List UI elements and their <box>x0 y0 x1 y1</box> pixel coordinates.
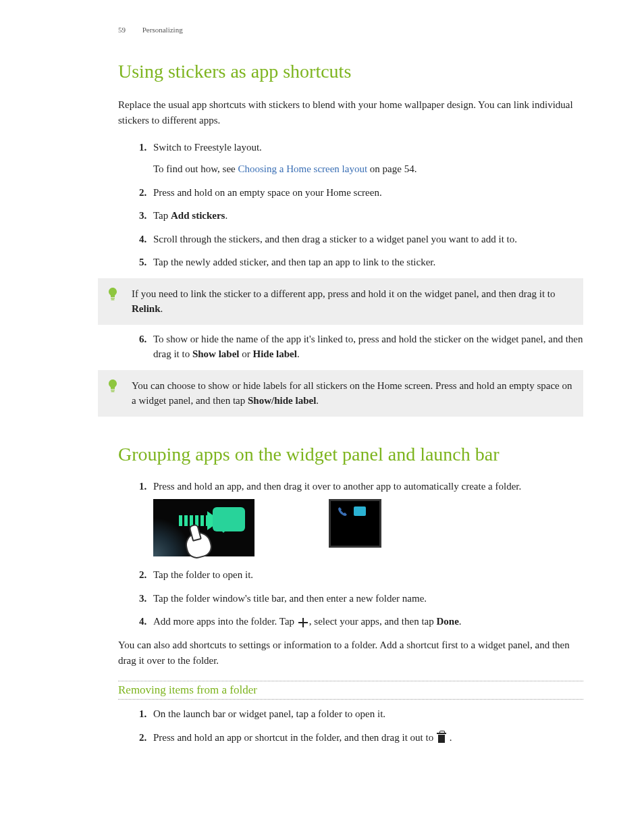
text: or <box>240 348 253 359</box>
step-6: To show or hide the name of the app it's… <box>149 332 583 362</box>
bold-relink: Relink <box>132 303 161 314</box>
subheading-removing-items: Removing items from a folder <box>118 681 583 700</box>
step-1: On the launch bar or widget panel, tap a… <box>149 706 583 722</box>
page-header: 59 Personalizing <box>118 26 583 34</box>
page-number: 59 <box>118 26 126 34</box>
text: Press and hold an app or shortcut in the… <box>153 732 436 743</box>
lightbulb-icon <box>107 288 122 306</box>
tip-relink: If you need to link the sticker to a dif… <box>98 278 583 325</box>
text: . <box>447 732 452 743</box>
figure-folder <box>329 499 381 548</box>
text: . <box>225 210 227 221</box>
text: on page 54. <box>367 163 417 174</box>
tip-show-hide-all: You can choose to show or hide labels fo… <box>98 370 583 417</box>
steps-list-3: On the launch bar or widget panel, tap a… <box>134 706 583 745</box>
steps-list-2: Press and hold an app, and then drag it … <box>134 479 583 629</box>
steps-list-1: Switch to Freestyle layout. To find out … <box>134 140 583 270</box>
step-2: Press and hold an app or shortcut in the… <box>149 730 583 746</box>
figure-drag-app <box>153 499 254 556</box>
step-2: Press and hold on an empty space on your… <box>149 185 583 201</box>
svg-rect-3 <box>111 391 115 392</box>
link-choosing-layout[interactable]: Choosing a Home screen layout <box>238 163 367 174</box>
lightbulb-icon <box>107 380 122 398</box>
step-3: Tap the folder window's title bar, and t… <box>149 591 583 606</box>
step-text: Switch to Freestyle layout. <box>153 142 262 153</box>
step-3: Tap Add stickers. <box>149 208 583 224</box>
text: Add more apps into the folder. Tap <box>153 616 297 627</box>
bold-hide-label: Hide label <box>253 348 297 359</box>
text: . <box>161 303 163 314</box>
step-text: Press and hold an app, and then drag it … <box>153 481 521 492</box>
step-1: Switch to Freestyle layout. To find out … <box>149 140 583 177</box>
text: If you need to link the sticker to a dif… <box>132 288 555 299</box>
trash-icon <box>437 733 446 743</box>
svg-rect-1 <box>111 299 115 300</box>
step-4: Scroll through the stickers, and then dr… <box>149 232 583 247</box>
bold-show-label: Show label <box>192 348 240 359</box>
section-name: Personalizing <box>142 26 183 34</box>
heading-using-stickers: Using stickers as app shortcuts <box>118 61 583 82</box>
text: . <box>297 348 300 359</box>
bold-done: Done <box>437 616 459 627</box>
tip-text: You can choose to show or hide labels fo… <box>132 378 574 409</box>
step-5: Tap the newly added sticker, and then ta… <box>149 255 583 270</box>
step-1: Press and hold an app, and then drag it … <box>149 479 583 557</box>
bold-add-stickers: Add stickers <box>171 210 225 221</box>
steps-list-1b: To show or hide the name of the app it's… <box>134 332 583 362</box>
text: , select your apps, and then tap <box>309 616 437 627</box>
figure-row <box>153 499 583 556</box>
heading-grouping-apps: Grouping apps on the widget panel and la… <box>118 444 583 465</box>
tip-text: If you need to link the sticker to a dif… <box>132 286 574 317</box>
text: . <box>459 616 462 627</box>
step-4: Add more apps into the folder. Tap , sel… <box>149 614 583 629</box>
text: To find out how, see <box>153 163 238 174</box>
intro-paragraph: Replace the usual app shortcuts with sti… <box>118 97 583 129</box>
step-2: Tap the folder to open it. <box>149 567 583 583</box>
bold-show-hide-label: Show/hide label <box>248 395 316 406</box>
plus-icon <box>298 618 308 627</box>
text: . <box>316 395 319 406</box>
svg-rect-0 <box>111 298 115 298</box>
text: Tap <box>153 210 171 221</box>
step-1-sub: To find out how, see Choosing a Home scr… <box>153 161 583 177</box>
text: You can choose to show or hide labels fo… <box>132 380 572 407</box>
svg-rect-2 <box>111 390 115 390</box>
folder-shortcuts-paragraph: You can also add shortcuts to settings o… <box>118 637 583 669</box>
